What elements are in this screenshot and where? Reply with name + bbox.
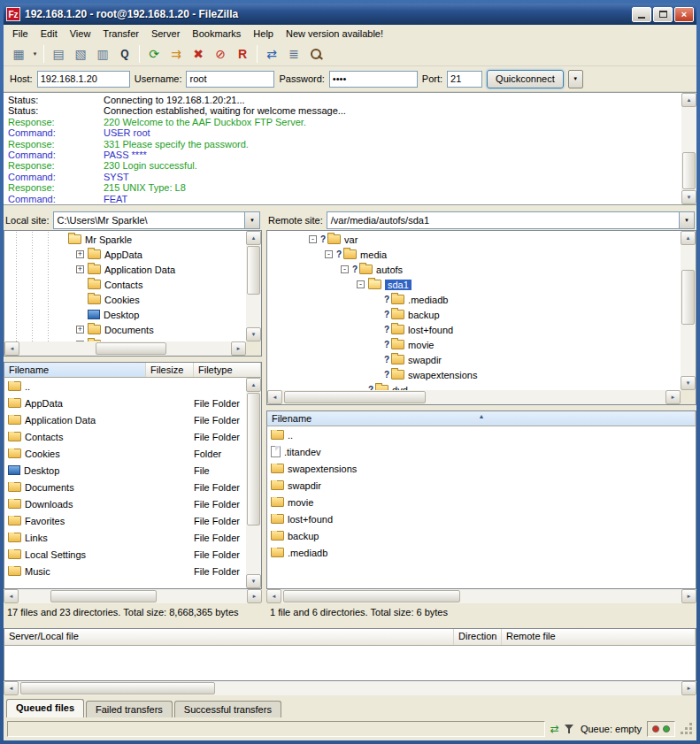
scroll-left-icon[interactable]: ◄ [267, 390, 282, 404]
scroll-right-icon[interactable]: ► [681, 589, 696, 603]
scroll-left-icon[interactable]: ◄ [4, 589, 19, 603]
local-file-row[interactable]: ContactsFile Folder [4, 428, 246, 445]
maximize-button[interactable] [653, 7, 673, 22]
scrollbar-thumb[interactable] [681, 270, 695, 325]
remote-tree-item[interactable]: ?movie [268, 337, 681, 352]
scrollbar-track[interactable] [282, 390, 665, 404]
remote-tree-item-selected[interactable]: -sda1 [268, 277, 681, 292]
menu-bookmarks[interactable]: Bookmarks [186, 26, 247, 42]
scrollbar-thumb[interactable] [247, 393, 260, 525]
scrollbar-thumb[interactable] [682, 152, 696, 189]
local-tree-item[interactable]: +Application Data [5, 262, 246, 277]
password-input[interactable] [329, 71, 418, 88]
column-header-remote-file[interactable]: Remote file [502, 629, 696, 645]
local-list-hscrollbar[interactable]: ◄ ► [4, 589, 262, 603]
menu-help[interactable]: Help [247, 26, 280, 42]
synchronized-browsing-icon[interactable]: ⇄ [261, 44, 282, 64]
local-tree-item[interactable]: Mr Sparkle [5, 232, 246, 247]
menu-new-version[interactable]: New version available! [280, 26, 389, 42]
collapse-icon[interactable]: - [309, 235, 317, 243]
local-tree-scrollbar[interactable]: ▲ ▼ [246, 231, 261, 341]
directory-comparison-icon[interactable]: ≣ [283, 44, 304, 64]
remote-file-row[interactable]: .. [267, 426, 696, 443]
collapse-icon[interactable]: - [341, 265, 349, 273]
scrollbar-track[interactable] [681, 107, 696, 190]
refresh-icon[interactable]: ⟳ [143, 44, 165, 64]
local-file-row[interactable]: DesktopFile [4, 462, 246, 479]
scroll-up-icon[interactable]: ▲ [681, 93, 696, 107]
scrollbar-thumb[interactable] [247, 246, 260, 295]
site-manager-dropdown-icon[interactable]: ▼ [30, 44, 40, 64]
reconnect-icon[interactable]: R [232, 44, 253, 64]
scroll-down-icon[interactable]: ▼ [681, 190, 696, 204]
minimize-button[interactable] [632, 7, 651, 22]
synchronized-browsing-status-icon[interactable]: ⇄ [550, 724, 559, 734]
local-tree-toggle-icon[interactable]: ▧ [70, 44, 91, 64]
scroll-down-icon[interactable]: ▼ [246, 327, 261, 341]
local-tree-item[interactable]: Contacts [5, 277, 246, 292]
scrollbar-thumb[interactable] [96, 342, 166, 355]
quickconnect-button[interactable]: Quickconnect [487, 70, 564, 88]
menu-transfer[interactable]: Transfer [96, 26, 145, 42]
remote-tree-item[interactable]: ?swapdir [268, 352, 681, 367]
scroll-down-icon[interactable]: ▼ [681, 376, 696, 390]
scroll-right-icon[interactable]: ► [681, 681, 696, 695]
scrollbar-track[interactable] [246, 392, 261, 574]
username-input[interactable] [186, 71, 274, 88]
filter-status-icon[interactable] [565, 724, 575, 734]
scroll-up-icon[interactable]: ▲ [246, 231, 261, 245]
scrollbar-track[interactable] [19, 589, 247, 603]
find-icon[interactable] [305, 44, 327, 64]
local-file-row[interactable]: LinksFile Folder [4, 529, 246, 546]
remote-tree-item[interactable]: ?dvd [268, 382, 681, 390]
scroll-up-icon[interactable]: ▲ [681, 231, 696, 245]
combo-dropdown-icon[interactable]: ▼ [679, 212, 694, 228]
scroll-right-icon[interactable]: ► [665, 390, 681, 404]
scrollbar-track[interactable] [681, 245, 696, 376]
scroll-right-icon[interactable]: ► [247, 589, 262, 603]
menu-file[interactable]: File [6, 26, 35, 42]
cancel-icon[interactable]: ✖ [188, 44, 209, 64]
expand-icon[interactable]: + [76, 250, 84, 258]
scrollbar-track[interactable] [281, 589, 681, 603]
column-header-direction[interactable]: Direction [454, 629, 502, 645]
local-file-row[interactable]: Application DataFile Folder [4, 411, 246, 428]
scrollbar-track[interactable] [246, 245, 261, 327]
resize-grip[interactable] [681, 723, 693, 735]
disconnect-icon[interactable]: ⊘ [210, 44, 231, 64]
remote-file-row[interactable]: movie [267, 494, 696, 510]
local-path-combobox[interactable]: C:\Users\Mr Sparkle\ ▼ [53, 211, 260, 229]
local-tree-hscrollbar[interactable]: ◄ ► [4, 341, 246, 356]
menu-server[interactable]: Server [145, 26, 186, 42]
scrollbar-thumb[interactable] [283, 590, 460, 602]
collapse-icon[interactable]: - [357, 280, 365, 288]
local-tree-item[interactable]: +Documents [5, 322, 246, 337]
column-header-filesize[interactable]: Filesize [146, 363, 194, 377]
remote-tree-item[interactable]: -?var [268, 232, 681, 247]
scrollbar-track[interactable] [19, 681, 681, 695]
host-input[interactable] [37, 71, 130, 88]
remote-tree-item[interactable]: -?media [268, 247, 681, 262]
combo-dropdown-icon[interactable]: ▼ [244, 212, 259, 228]
remote-tree-toggle-icon[interactable]: ▥ [92, 44, 113, 64]
remote-file-row[interactable]: lost+found [267, 510, 696, 527]
tab-successful-transfers[interactable]: Successful transfers [174, 701, 281, 717]
local-file-row[interactable]: .. [4, 378, 246, 395]
tab-queued-files[interactable]: Queued files [6, 699, 84, 717]
scroll-left-icon[interactable]: ◄ [4, 341, 19, 356]
remote-list-hscrollbar[interactable]: ◄ ► [266, 589, 696, 603]
remote-tree-item[interactable]: ?swapextensions [268, 367, 681, 382]
queue-hscrollbar[interactable]: ◄ ► [4, 681, 696, 695]
remote-tree-item[interactable]: ?lost+found [268, 322, 681, 337]
close-button[interactable]: × [674, 7, 694, 22]
remote-tree-scrollbar[interactable]: ▲ ▼ [681, 231, 696, 390]
local-file-row[interactable]: MusicFile Folder [4, 563, 246, 579]
remote-file-row[interactable]: .titandev [267, 443, 696, 460]
pane-collapse-icon[interactable]: ▲ [479, 413, 485, 419]
scroll-left-icon[interactable]: ◄ [266, 589, 281, 603]
message-log-toggle-icon[interactable]: ▤ [48, 44, 69, 64]
scroll-down-icon[interactable]: ▼ [246, 574, 261, 588]
column-header-filetype[interactable]: Filetype [194, 363, 261, 377]
expand-icon[interactable]: + [76, 326, 84, 334]
port-input[interactable] [447, 71, 482, 88]
